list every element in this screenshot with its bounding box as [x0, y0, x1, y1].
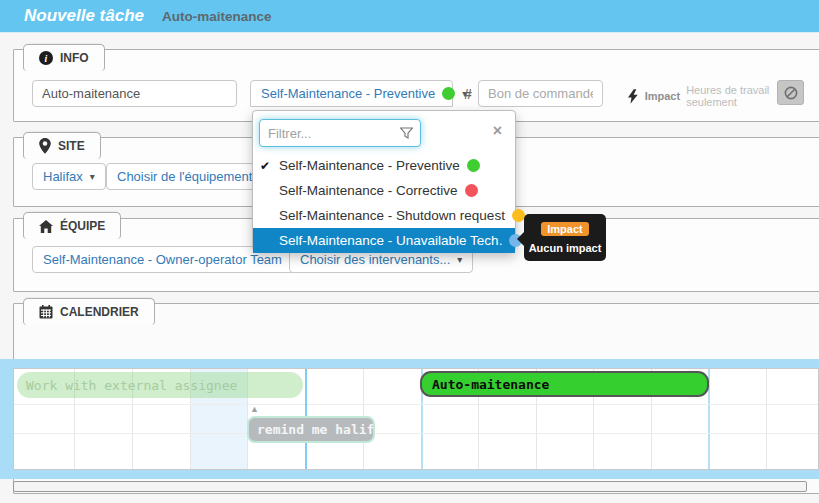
info-tab: i INFO — [23, 44, 105, 71]
item-label: Self-Maintenance - Shutdown request — [279, 208, 505, 223]
task-name-input[interactable] — [32, 80, 237, 107]
task-name-subtitle: Auto-maitenance — [162, 9, 272, 24]
map-pin-icon — [39, 138, 51, 154]
gantt-grid[interactable]: Work with external assignee Auto-maitena… — [13, 368, 819, 470]
dropdown-item-shutdown[interactable]: Self-Maintenance - Shutdown request — [253, 203, 515, 228]
impact-tooltip-text: Aucun impact — [528, 242, 602, 254]
site-label: Halifax — [43, 169, 83, 184]
impact-tooltip: Impact Aucun impact — [524, 214, 606, 261]
header: Nouvelle tâche Auto-maitenance — [0, 0, 819, 33]
calendar-tab-label: CALENDRIER — [60, 305, 139, 319]
tooltip-arrow — [517, 232, 524, 246]
check-icon: ✔ — [260, 159, 270, 173]
impact-badge: Impact — [541, 222, 588, 236]
purchase-order-input[interactable] — [478, 80, 603, 107]
home-icon — [39, 220, 53, 233]
team-label: Self-Maintenance - Owner-operator Team — [43, 252, 282, 267]
no-impact-button[interactable] — [777, 80, 804, 105]
task-type-label: Self-Maintenance - Preventive — [261, 86, 435, 101]
dropdown-item-unavailable[interactable]: Self-Maintenance - Unavailable Tech. — [253, 228, 515, 253]
info-icon: i — [39, 51, 53, 65]
info-tab-label: INFO — [60, 51, 89, 65]
team-tab-label: ÉQUIPE — [60, 219, 105, 233]
funnel-icon — [400, 127, 413, 140]
item-label: Self-Maintenance - Corrective — [279, 183, 458, 198]
gantt-bar-auto-maitenance[interactable]: Auto-maitenance — [420, 371, 709, 397]
po-hash-label: # — [464, 86, 472, 102]
team-tab: ÉQUIPE — [23, 212, 121, 239]
chevron-down-icon: ▾ — [457, 255, 462, 265]
gantt-frame: Work with external assignee Auto-maitena… — [0, 359, 819, 479]
close-icon[interactable]: × — [493, 123, 502, 139]
gantt-bar-reminder[interactable]: remind me halifax — [247, 416, 375, 443]
impact-label: Impact — [645, 90, 680, 102]
chevron-down-icon: ▾ — [90, 172, 95, 182]
task-type-dropdown-button[interactable]: Self-Maintenance - Preventive ▾ — [250, 80, 453, 107]
dropdown-item-preventive[interactable]: ✔ Self-Maintenance - Preventive — [253, 153, 515, 178]
page-title: Nouvelle tâche — [24, 6, 144, 26]
assignees-label: Choisir des intervenants... — [300, 252, 450, 267]
status-color-dot — [465, 184, 478, 197]
item-label: Self-Maintenance - Unavailable Tech. — [279, 233, 502, 248]
calendar-tab: CALENDRIER — [23, 298, 155, 325]
equipment-label: Choisir de l'équipement... — [117, 169, 263, 184]
slash-circle-icon — [784, 86, 798, 100]
site-tab: SITE — [23, 132, 101, 159]
filter-input[interactable] — [259, 119, 421, 147]
status-color-dot — [512, 209, 525, 222]
calendar-icon — [39, 305, 53, 319]
gantt-bar-external[interactable]: Work with external assignee — [17, 372, 303, 398]
task-type-popup: × ✔ Self-Maintenance - Preventive Self-M… — [252, 110, 516, 252]
site-dropdown-button[interactable]: Halifax ▾ — [32, 163, 106, 190]
dropdown-item-corrective[interactable]: Self-Maintenance - Corrective — [253, 178, 515, 203]
new-task-page: Nouvelle tâche Auto-maitenance i INFO Se… — [0, 0, 819, 503]
horizontal-scrollbar[interactable] — [13, 481, 807, 492]
filter-wrap — [259, 119, 421, 147]
lightning-icon — [628, 89, 639, 104]
status-color-dot — [467, 159, 480, 172]
equipment-dropdown-button[interactable]: Choisir de l'équipement... — [106, 163, 274, 190]
item-label: Self-Maintenance - Preventive — [279, 158, 460, 173]
reminder-marker-icon: ▲ — [250, 405, 259, 414]
site-tab-label: SITE — [58, 139, 85, 153]
